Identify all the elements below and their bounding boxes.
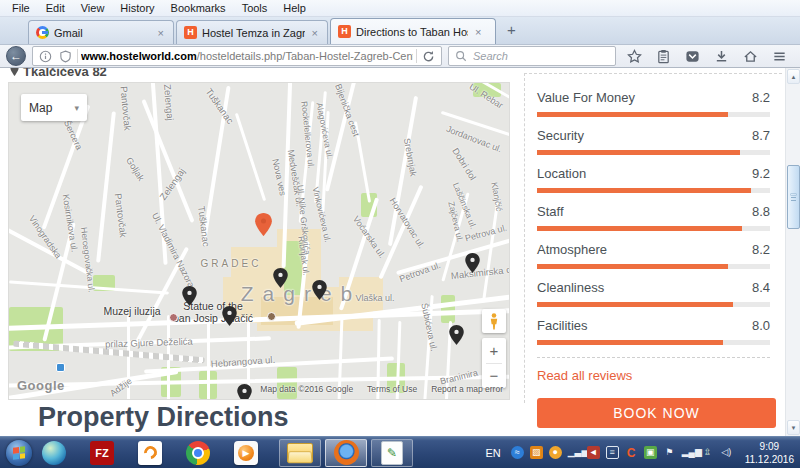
menu-file[interactable]: File <box>4 1 38 15</box>
notes-app-icon[interactable]: ✎ <box>371 439 413 467</box>
monument-poi-icon[interactable] <box>267 312 276 321</box>
property-address-text: Tkalčićeva 82 <box>23 68 107 79</box>
globe-app-icon[interactable] <box>39 439 69 467</box>
taskbar-apps: FZ▶✎ <box>39 439 417 467</box>
menu-bookmarks[interactable]: Bookmarks <box>163 1 234 15</box>
star-icon[interactable] <box>626 48 643 65</box>
info-icon[interactable] <box>37 48 54 65</box>
tab-3-active[interactable]: HDirections to Taban Hostel ...× <box>330 18 496 44</box>
tray-network-icon[interactable]: ▁▃▅ <box>568 446 581 459</box>
vertical-scrollbar[interactable]: ▲ ▼ <box>785 68 800 436</box>
scroll-down-arrow[interactable]: ▼ <box>787 420 800 435</box>
google-logo[interactable]: Google <box>17 378 65 393</box>
transit-station-icon[interactable] <box>56 363 65 372</box>
property-marker[interactable] <box>255 213 272 240</box>
menu-help[interactable]: Help <box>275 1 314 15</box>
tray-sync-icon[interactable]: ≈ <box>511 446 524 459</box>
rating-value: 8.8 <box>752 204 770 219</box>
map-type-control[interactable]: Map▾ <box>21 94 87 121</box>
filezilla-app-icon[interactable]: FZ <box>87 439 117 467</box>
map-type-label: Map <box>29 101 52 115</box>
menu-edit[interactable]: Edit <box>38 1 73 15</box>
place-pin[interactable] <box>273 268 288 292</box>
tray-icons: ≈▨●▁▃▅◄≡C▣⚑▂▄▆⇫◁) <box>511 446 733 459</box>
menu-history[interactable]: History <box>112 1 162 15</box>
explorer-app-icon[interactable] <box>279 439 321 467</box>
place-pin[interactable] <box>449 325 464 349</box>
menu-icon[interactable] <box>771 48 788 65</box>
scrollbar-thumb[interactable] <box>787 165 800 229</box>
clock-time: 9:09 <box>760 441 779 452</box>
rating-bar-track <box>537 226 770 231</box>
tray-orange-app-icon[interactable]: ● <box>549 446 562 459</box>
clipboard-icon[interactable] <box>655 48 672 65</box>
book-now-button[interactable]: BOOK NOW <box>537 398 776 428</box>
zoom-in-button[interactable]: + <box>482 338 506 363</box>
museum-poi-icon[interactable] <box>169 313 178 322</box>
reload-icon[interactable] <box>420 48 437 65</box>
rating-header: Value For Money8.2 <box>537 90 770 105</box>
download-icon[interactable] <box>713 48 730 65</box>
tray-volume-icon[interactable]: ◁) <box>720 446 733 459</box>
home-icon[interactable] <box>742 48 759 65</box>
tray-signal-icon[interactable]: ▂▄▆ <box>682 446 695 459</box>
map-road <box>207 315 210 400</box>
map-pin-icon <box>10 68 19 79</box>
close-tab-icon[interactable]: × <box>156 28 166 38</box>
tray-warning-icon[interactable]: ▨ <box>530 446 543 459</box>
new-tab-button[interactable]: + <box>498 21 525 40</box>
swirl-app-icon[interactable] <box>135 439 165 467</box>
close-tab-icon[interactable]: × <box>473 27 483 37</box>
chrome-app-icon[interactable] <box>183 439 213 467</box>
url-divider <box>416 49 417 63</box>
menu-bar: FileEditViewHistoryBookmarksToolsHelp <box>0 0 800 17</box>
toolbar-icons <box>622 48 788 65</box>
place-pin[interactable] <box>237 384 252 400</box>
place-pin[interactable] <box>312 280 327 304</box>
place-pin[interactable] <box>465 253 480 277</box>
rating-value: 8.2 <box>752 242 770 257</box>
rating-label: Atmosphere <box>537 242 607 257</box>
section-heading: Property Directions <box>38 402 289 433</box>
tray-comodo-icon[interactable]: C <box>625 446 638 459</box>
rating-bar-fill <box>537 226 742 231</box>
rating-label: Security <box>537 128 584 143</box>
url-bar[interactable]: www.hostelworld.com/hosteldetails.php/Ta… <box>32 46 442 66</box>
rating-bar-fill <box>537 340 723 345</box>
tray-usb-icon[interactable]: ⇫ <box>701 446 714 459</box>
close-tab-icon[interactable]: × <box>310 28 320 38</box>
report-map-error-link[interactable]: Report a map error <box>431 384 503 394</box>
tab-2[interactable]: HHostel Temza in Zagreb, Cr...× <box>176 20 328 44</box>
ratings-list: Value For Money8.2Security8.7Location9.2… <box>537 90 770 345</box>
place-pin[interactable] <box>222 306 237 330</box>
rating-header: Security8.7 <box>537 128 770 143</box>
scroll-up-arrow[interactable]: ▲ <box>787 69 800 84</box>
shield-icon[interactable] <box>57 48 74 65</box>
tray-action-center-icon[interactable]: ⚑ <box>663 446 676 459</box>
rating-value: 8.0 <box>752 318 770 333</box>
start-button[interactable] <box>6 440 32 466</box>
tab-1[interactable]: Gmail× <box>28 20 174 44</box>
tray-green-app-icon[interactable]: ▣ <box>644 446 657 459</box>
firefox-app-icon[interactable] <box>325 439 367 467</box>
menu-tools[interactable]: Tools <box>234 1 276 15</box>
pegman-control[interactable] <box>482 309 506 333</box>
taskbar-clock[interactable]: 9:0911.12.2016 <box>745 440 794 466</box>
google-map[interactable]: GRADECZagrebStatue of the ban Josip Jela… <box>8 82 510 400</box>
back-button[interactable]: ← <box>6 46 26 66</box>
tray-audio-device-icon[interactable]: ◄ <box>587 446 600 459</box>
dashed-divider <box>537 357 770 358</box>
language-indicator[interactable]: EN <box>485 447 500 459</box>
place-pin[interactable] <box>182 286 197 310</box>
wmp-app-icon[interactable]: ▶ <box>231 439 261 467</box>
pocket-icon[interactable] <box>684 48 701 65</box>
read-all-reviews-link[interactable]: Read all reviews <box>537 368 770 383</box>
rating-header: Cleanliness8.4 <box>537 280 770 295</box>
rating-bar-track <box>537 188 770 193</box>
rating-bar-fill <box>537 264 728 269</box>
menu-view[interactable]: View <box>73 1 113 15</box>
rating-row: Cleanliness8.4 <box>537 280 770 307</box>
search-input[interactable] <box>473 50 610 62</box>
tray-clipboard-icon[interactable]: ≡ <box>606 446 619 459</box>
terms-of-use-link[interactable]: Terms of Use <box>367 384 417 394</box>
